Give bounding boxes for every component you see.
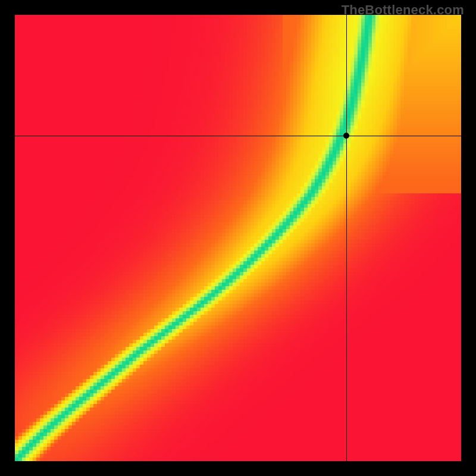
data-point-marker <box>343 133 349 139</box>
heatmap-plot <box>15 15 461 461</box>
watermark-text: TheBottleneck.com <box>342 2 464 18</box>
crosshair-horizontal <box>15 136 461 136</box>
chart-frame: TheBottleneck.com <box>0 0 476 476</box>
heatmap-canvas <box>15 15 461 461</box>
crosshair-vertical <box>346 15 347 461</box>
